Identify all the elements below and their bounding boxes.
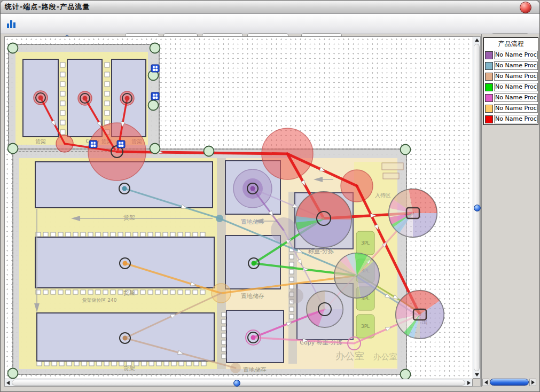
people-icon [151, 65, 159, 72]
scroll-right-icon [467, 381, 471, 385]
selection-handle[interactable] [401, 145, 411, 155]
scroll-up-icon [475, 38, 479, 42]
scroll-down-icon [475, 373, 479, 377]
selection-handle[interactable] [401, 370, 411, 379]
selection-handle[interactable] [150, 43, 160, 53]
legend-item[interactable]: No Name Proces [484, 60, 538, 71]
legend-color-chip [485, 51, 493, 59]
legend-box: 产品流程 No Name Proces No Name Proces No Na… [483, 37, 538, 125]
scroll-left-icon [6, 381, 10, 385]
legend-item-label: No Name Proces [494, 61, 538, 70]
legend-item-label: No Name Proces [494, 51, 538, 59]
horizontal-scroll-orb[interactable] [233, 380, 240, 387]
scroll-left-button[interactable] [5, 379, 11, 386]
horizontal-scrollbar[interactable] [4, 379, 473, 387]
legend-item[interactable]: No Name Proces [484, 82, 538, 92]
legend-color-chip [485, 83, 493, 91]
people-icon [89, 140, 97, 148]
svg-text:入待区: 入待区 [375, 192, 391, 198]
legend-item-label: No Name Proces [494, 104, 538, 113]
panel-scroll-thumb[interactable] [490, 379, 529, 386]
legend-item-label: No Name Proces [494, 83, 538, 91]
people-icon [151, 92, 159, 100]
scrollbar-corner [473, 379, 481, 387]
svg-text:称重-分拣: 称重-分拣 [308, 248, 334, 255]
plan-canvas[interactable]: 货架Copy 货架货架货架货架货架货架储位区 240置地储存置地储存置地储存称重… [4, 36, 473, 379]
selection-handle[interactable] [8, 144, 18, 154]
svg-text:办公室: 办公室 [335, 350, 364, 362]
people-icon [117, 140, 125, 148]
selection-handle[interactable] [8, 369, 18, 379]
svg-text:置地储存: 置地储存 [241, 293, 264, 300]
legend-color-chip [485, 105, 493, 113]
endpoint-node[interactable] [318, 303, 331, 316]
endpoint-node[interactable] [413, 309, 426, 320]
legend-item[interactable]: No Name Proces [484, 71, 538, 82]
window-title: 统计-端点-路段-产品流量 [5, 1, 90, 13]
endpoint-node[interactable] [317, 211, 331, 225]
close-button[interactable] [520, 2, 531, 13]
svg-text:3PL: 3PL [361, 324, 370, 329]
legend-item[interactable]: No Name Proces [484, 114, 538, 124]
svg-text:3PL: 3PL [361, 240, 370, 246]
panel-scrollbar[interactable] [482, 378, 540, 387]
app-window: 统计-端点-路段-产品流量 饼图 环图 柱图-H 柱图-V [0, 0, 540, 392]
legend-item-label: No Name Proces [494, 72, 538, 81]
selection-handle[interactable] [150, 144, 160, 154]
legend-color-chip [485, 94, 493, 102]
panel-scroll-right-button[interactable] [529, 379, 536, 386]
legend-item-label: No Name Proces [494, 93, 538, 102]
legend-item[interactable]: No Name Proces [484, 50, 538, 60]
scroll-right-button[interactable] [466, 379, 472, 386]
endpoint-node[interactable] [406, 208, 419, 218]
svg-text:办公室: 办公室 [373, 352, 397, 362]
selection-handle[interactable] [204, 146, 214, 156]
vertical-scrollbar[interactable] [473, 36, 481, 379]
legend-color-chip [485, 62, 493, 70]
vertical-scroll-orb[interactable] [474, 205, 481, 211]
svg-text:货架储位区 240: 货架储位区 240 [82, 297, 116, 303]
selection-handle[interactable] [148, 100, 159, 111]
panel-scroll-left-button[interactable] [482, 379, 489, 386]
title-bar: 统计-端点-路段-产品流量 [1, 1, 539, 14]
svg-text:货架: 货架 [35, 138, 46, 144]
scroll-up-button[interactable] [473, 37, 480, 43]
legend-title: 产品流程 [484, 38, 538, 50]
legend-color-chip [485, 73, 493, 81]
svg-text:置地储存: 置地储存 [243, 366, 267, 373]
toolbar: 饼图 环图 柱图-H 柱图-V 堆积图 Excel [1, 14, 539, 34]
legend-item-label: No Name Proces [494, 115, 538, 123]
endpoint-node[interactable] [348, 337, 361, 350]
svg-text:货架: 货架 [123, 289, 135, 296]
legend-item[interactable]: No Name Proces [484, 103, 538, 114]
bar-chart-icon [7, 19, 17, 28]
plan-svg: 货架Copy 货架货架货架货架货架货架储位区 240置地储存置地储存置地储存称重… [5, 37, 473, 379]
legend-panel: 产品流程 No Name Proces No Name Proces No Na… [481, 34, 540, 387]
selection-handle[interactable] [8, 43, 18, 53]
svg-text:货架: 货架 [123, 365, 135, 372]
scroll-down-button[interactable] [473, 372, 480, 378]
legend-item[interactable]: No Name Proces [484, 92, 538, 103]
svg-text:货架: 货架 [123, 214, 135, 221]
scroll-left-icon [484, 380, 488, 385]
scroll-right-icon [531, 380, 535, 385]
legend-color-chip [485, 115, 493, 123]
